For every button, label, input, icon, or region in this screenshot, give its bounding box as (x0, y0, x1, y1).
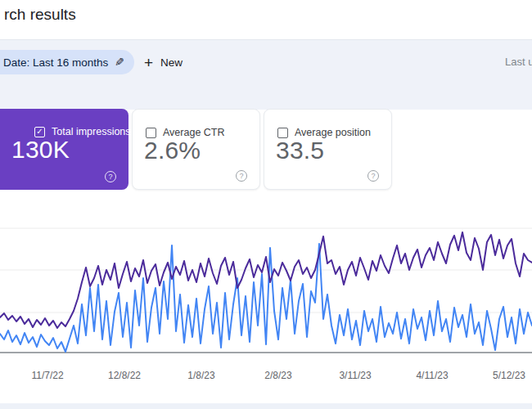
help-icon[interactable]: ? (105, 171, 116, 182)
page-header: rch results (0, 0, 532, 39)
x-axis-label: 5/12/23 (480, 370, 532, 381)
new-filter-label: New (160, 56, 183, 69)
performance-line-chart[interactable] (0, 200, 532, 364)
card-value: 130K (11, 136, 70, 164)
x-axis-labels: 11/7/2212/8/221/8/232/8/233/11/234/11/23… (0, 370, 532, 386)
x-axis-label: 11/7/22 (19, 370, 76, 381)
help-icon[interactable]: ? (236, 170, 247, 182)
date-filter-label: Date: Last 16 months (3, 56, 108, 69)
x-axis-label: 4/11/23 (404, 370, 461, 381)
card-total-impressions[interactable]: ✓ Total impressions 130K ? (0, 109, 128, 190)
page-title: rch results (4, 6, 76, 24)
new-filter-button[interactable]: + New (144, 52, 183, 73)
plus-icon: + (144, 55, 153, 70)
next-section-edge (0, 403, 532, 409)
card-average-position[interactable]: Average position 33.5 ? (264, 109, 392, 190)
metric-cards-row: ✓ Total impressions 130K ? Average CTR 2… (0, 109, 532, 190)
x-axis-label: 12/8/22 (96, 370, 153, 381)
card-value: 33.5 (276, 137, 324, 164)
purple-line (0, 232, 532, 328)
card-value: 2.6% (144, 137, 201, 164)
filter-bar: Date: Last 16 months ✎ + New Last u (0, 39, 532, 110)
x-axis-label: 1/8/23 (173, 370, 230, 381)
search-console-performance-screen: rch results Date: Last 16 months ✎ + New… (0, 0, 532, 409)
last-updated-text: Last u (505, 56, 532, 68)
date-filter-chip[interactable]: Date: Last 16 months ✎ (0, 50, 134, 74)
edit-pencil-icon[interactable]: ✎ (115, 56, 124, 69)
card-average-ctr[interactable]: Average CTR 2.6% ? (132, 109, 260, 190)
x-axis-label: 3/11/23 (327, 370, 384, 381)
help-icon[interactable]: ? (367, 170, 379, 182)
x-axis-label: 2/8/23 (250, 370, 307, 381)
